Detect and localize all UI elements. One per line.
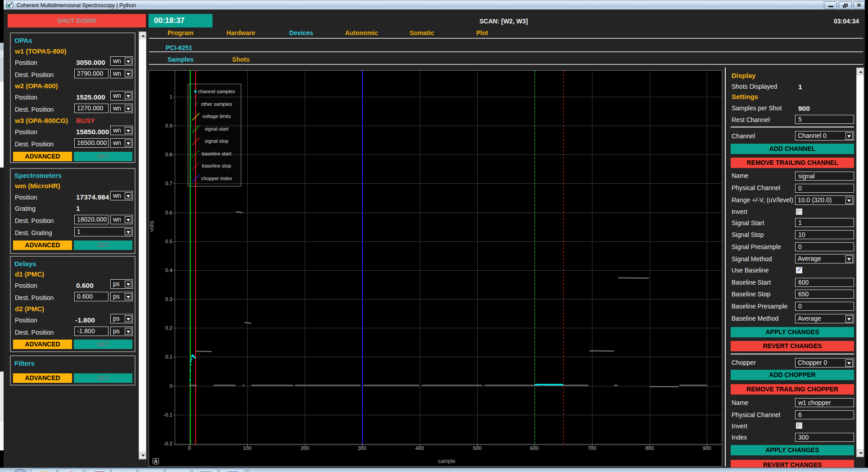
svg-text:0.3: 0.3 <box>165 296 172 302</box>
svg-text:volts: volts <box>149 221 155 232</box>
svg-text:200: 200 <box>300 445 309 451</box>
svg-text:500: 500 <box>473 445 481 451</box>
svg-text:0.5: 0.5 <box>165 239 172 244</box>
svg-text:0.8: 0.8 <box>165 152 172 157</box>
svg-text:0.1: 0.1 <box>165 354 172 359</box>
svg-text:0.9: 0.9 <box>165 123 172 128</box>
svg-text:voltage limits: voltage limits <box>202 113 231 119</box>
svg-text:chopper index: chopper index <box>201 176 232 181</box>
svg-text:channel samples: channel samples <box>198 89 235 94</box>
svg-text:other samples: other samples <box>201 101 232 107</box>
svg-text:300: 300 <box>357 445 366 451</box>
svg-text:700: 700 <box>588 445 596 451</box>
svg-text:0.2: 0.2 <box>165 325 172 331</box>
svg-text:0.7: 0.7 <box>165 181 172 186</box>
svg-text:-0.2: -0.2 <box>163 441 172 446</box>
svg-text:0.6: 0.6 <box>165 210 172 215</box>
svg-text:400: 400 <box>415 445 424 451</box>
svg-text:1: 1 <box>170 94 172 100</box>
svg-text:baseline start: baseline start <box>202 151 231 156</box>
svg-text:A: A <box>154 458 158 464</box>
svg-text:0.4: 0.4 <box>165 268 173 273</box>
svg-text:100: 100 <box>243 445 251 451</box>
svg-text:baseline stop: baseline stop <box>202 163 231 168</box>
svg-text:signal start: signal start <box>204 126 228 132</box>
svg-text:600: 600 <box>530 445 538 451</box>
svg-text:-0.1: -0.1 <box>163 412 172 418</box>
svg-text:sample: sample <box>438 458 456 464</box>
svg-text:0: 0 <box>170 383 172 389</box>
svg-text:800: 800 <box>645 445 654 451</box>
svg-text:0: 0 <box>188 445 191 451</box>
svg-text:signal stop: signal stop <box>205 138 229 144</box>
svg-text:900: 900 <box>702 445 711 451</box>
